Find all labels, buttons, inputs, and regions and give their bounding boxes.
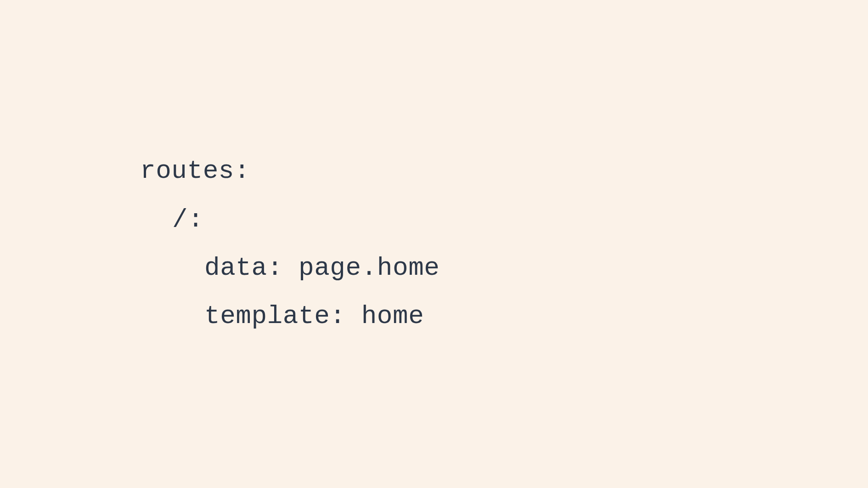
code-line-3: data: page.home (140, 244, 440, 292)
code-line-4: template: home (140, 292, 440, 340)
code-line-2: /: (140, 196, 440, 244)
code-line-1: routes: (140, 147, 440, 195)
code-snippet: routes: /: data: page.home template: hom… (140, 147, 440, 340)
